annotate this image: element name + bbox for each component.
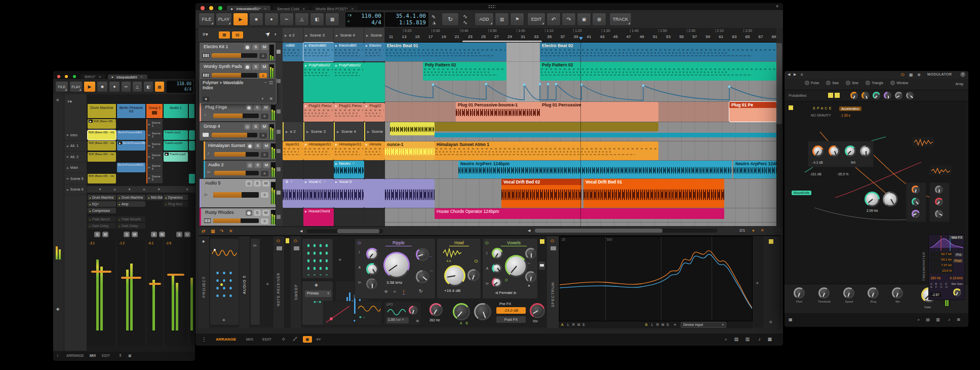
pre-toggle[interactable]: Pre (955, 253, 963, 256)
prob-knob[interactable] (884, 92, 891, 99)
display-profile-button[interactable]: ▦ (325, 13, 339, 26)
launcher-clip[interactable]: 808 (Bass-08) - Ho (88, 119, 116, 129)
mute-button[interactable]: M (262, 180, 269, 187)
group-scene-3[interactable]: Scene 3 (303, 122, 334, 141)
minimize-button[interactable] (209, 6, 213, 10)
add-device-icon[interactable]: + (756, 280, 759, 286)
arr-clip-vocal-tail[interactable] (385, 179, 435, 208)
group-scene-slot[interactable]: Scene 2 (147, 130, 163, 140)
scene-header-3[interactable]: Scene 3 (303, 28, 334, 42)
edit-button[interactable]: EDIT (527, 13, 545, 26)
clip-polypattern-s3[interactable]: PolyPatter02 (303, 62, 334, 102)
arm-button[interactable] (247, 143, 253, 149)
arr-clip-plug-bounce[interactable]: Plug 01 Percussive-bounce-1 (456, 102, 540, 122)
speaker-icon[interactable]: ♪ (948, 317, 950, 322)
gain-value[interactable]: -2.57 (930, 292, 941, 297)
follow-icon[interactable]: ▸ (753, 228, 755, 233)
grid-module-a[interactable]: -4.3 dB M4 (808, 141, 874, 167)
track-electro-kit[interactable]: Electro Kit 1 S M ≡ (200, 43, 276, 62)
stop-slot[interactable] (277, 167, 281, 171)
volume-bar[interactable] (214, 152, 259, 157)
hz-value[interactable]: 2.09 Hz (867, 209, 878, 212)
close-icon[interactable]: ✕ (98, 75, 101, 79)
power-icon[interactable]: ⏻ (901, 72, 904, 78)
mini-knob[interactable] (912, 210, 920, 218)
close-button[interactable] (201, 6, 205, 10)
power-icon[interactable]: ⏻ (358, 241, 361, 246)
clip-plug01-s4[interactable]: Plug01 Percu (334, 103, 364, 122)
file-icon[interactable]: ▤ (734, 337, 738, 342)
arm-button[interactable] (246, 180, 252, 187)
fader-handle[interactable] (91, 271, 111, 273)
menu-icon[interactable]: ≡ (769, 319, 772, 324)
arm-button[interactable] (246, 210, 252, 216)
lane-menu-icon[interactable]: ≡ (261, 171, 268, 176)
lfo-panel[interactable]: LFO 1.00 bar ▾ Φ (384, 301, 421, 325)
launcher-clip[interactable]: 808 (Bass-08) - Ho (88, 141, 116, 151)
meter-s2[interactable]: S (667, 323, 669, 326)
track-menu-icon[interactable]: ≡▾ (203, 31, 208, 37)
scene-row[interactable]: Scene 6 (64, 184, 87, 196)
prefx-value-badge[interactable]: -24.0 dB (496, 307, 526, 314)
track-rusty-rhodes[interactable]: Rusty Rhodes S M ≡ (200, 208, 276, 226)
module-knob[interactable] (829, 145, 840, 157)
scene-row[interactable]: Alt. 2 (64, 152, 87, 163)
copy-button[interactable]: ▣ (577, 13, 591, 26)
h-scrollbar[interactable] (535, 229, 717, 233)
array-label[interactable]: Array (955, 82, 963, 86)
volume-bar[interactable] (213, 192, 259, 198)
settings-icon[interactable]: ✚ (56, 307, 60, 312)
device-chip[interactable]: Compressor (88, 208, 116, 213)
strip-knob-group[interactable]: Pitch (794, 287, 805, 303)
dots-menu-icon[interactable]: ⋮ (202, 337, 207, 342)
close-icon[interactable]: ✕ (140, 75, 143, 79)
ripple-device[interactable]: ⏻ Ripple ↕ ∧ ⌲ 3.58 kHz ← → Φ ≈ ⌇ ↻ (355, 238, 436, 299)
stop-all-icon[interactable]: ≣ (143, 188, 145, 191)
vowels-knob-5[interactable] (525, 271, 536, 282)
track-audio-5[interactable]: Audio 5 S M ⌲ ≡ (200, 179, 276, 208)
prob-knob[interactable] (895, 92, 903, 99)
mute-button[interactable]: M (261, 124, 268, 130)
lane-menu-icon[interactable]: ≡ (259, 133, 267, 138)
track-himalayan-sunset[interactable]: Himalayan Sunset S M ♪ ≡ (204, 141, 276, 160)
arr-clip-house-chords[interactable]: House Chords Operator 124bpm (435, 208, 724, 219)
maximize-button[interactable] (218, 6, 222, 10)
clipboard-icon[interactable]: ▥ (745, 337, 750, 342)
group-scene-slot[interactable]: Scene 6 (147, 173, 163, 183)
arr-clip-vocal-drift-02[interactable]: Vocal Drift Bed 02 (501, 179, 581, 208)
close-button[interactable] (57, 75, 60, 78)
postfx-button[interactable]: Post FX (496, 316, 526, 323)
power-icon[interactable]: ⏻ (485, 241, 488, 246)
back-icon[interactable]: ◀ (788, 72, 790, 77)
stop-slot[interactable] (277, 50, 281, 54)
group-scene-slot[interactable]: Scene 1 (147, 119, 163, 130)
view-arrange[interactable]: ARRANGE (216, 337, 236, 342)
meter-l[interactable]: L (567, 323, 569, 326)
no-gravity-label[interactable]: NO GRAVITY (811, 114, 831, 117)
mute-button[interactable]: M (262, 104, 269, 110)
metronome-button[interactable]: △ (132, 81, 142, 92)
stop-all-icon[interactable]: ≣ (113, 188, 116, 191)
scene-row[interactable]: Alt. 1 (64, 141, 87, 152)
mini-knob[interactable] (935, 198, 943, 206)
freq-knob[interactable] (429, 303, 443, 316)
volume-bar[interactable] (212, 73, 257, 78)
maximize-button[interactable] (73, 75, 76, 78)
device-chip[interactable]: Ring Mod (164, 201, 188, 207)
solo-button[interactable]: S (176, 232, 182, 237)
vowels-knob-3[interactable] (492, 277, 502, 287)
mute-button[interactable]: M (159, 232, 165, 237)
clip-plug02-s5[interactable]: Plug02 (364, 103, 385, 122)
power-square[interactable] (789, 105, 793, 110)
stop-slot[interactable] (277, 109, 281, 114)
launcher-clip[interactable]: BerlinFireworkBt0 (117, 130, 145, 140)
scene-row[interactable]: Intro (64, 130, 87, 141)
stop-all-icon[interactable]: ■ (129, 188, 131, 191)
tempo-display[interactable]: ▯▮ ⇄ 110.00 4/4 (345, 12, 384, 27)
solo-button[interactable]: S (252, 124, 259, 130)
xy-pad[interactable] (323, 301, 354, 325)
meter-r[interactable]: R (572, 323, 575, 326)
display-profile-button[interactable]: ▦ (154, 81, 165, 92)
launcher-clip[interactable]: BerlinFireworkBt01 (117, 141, 145, 151)
prev-icon[interactable]: ◀ (495, 290, 498, 295)
